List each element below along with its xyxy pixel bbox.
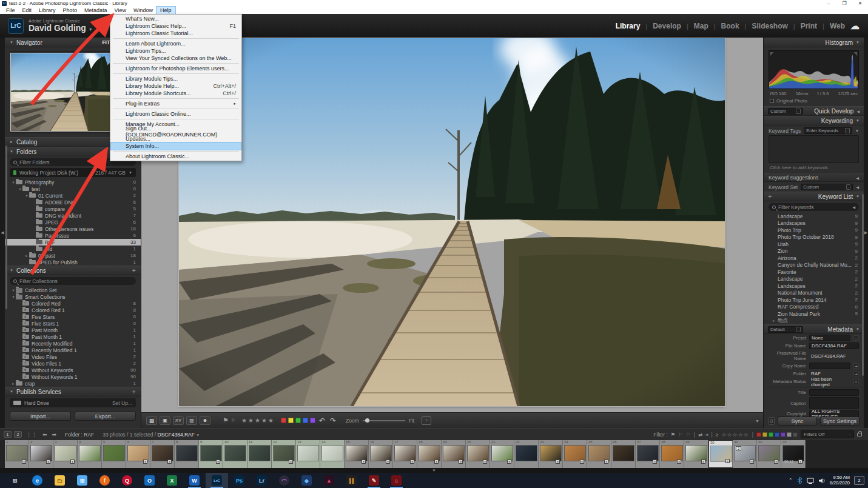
filmstrip-thumbnail-8[interactable]: 8 [175, 440, 199, 468]
metadata-action-icon[interactable]: ≡ [853, 379, 859, 384]
taskbar-blue-gem-app-icon[interactable]: ◆ [295, 473, 318, 488]
collection-row[interactable]: Video Files 12 [5, 360, 141, 367]
filmstrip-thumbnail-23[interactable]: 23± [539, 440, 563, 468]
filters-off-select[interactable]: Filters Off⌵ [801, 430, 854, 438]
keyword-row[interactable]: Landscapes9 [764, 220, 864, 227]
help-menu-item-library-module-tips[interactable]: Library Module Tips... [111, 75, 241, 82]
menu-library[interactable]: Library [35, 7, 59, 14]
keyword-list-header[interactable]: + Keyword List ▼ [764, 192, 864, 201]
filmstrip-collapse-arrow[interactable]: ▼ [0, 468, 868, 473]
volume-icon[interactable] [818, 478, 826, 484]
primary-monitor-button[interactable]: 1 [4, 431, 12, 438]
identity-dropdown-icon[interactable]: ▼ [89, 27, 93, 32]
left-panel-collapse-arrow[interactable]: ◀ [0, 38, 5, 428]
filmstrip-thumbnail-24[interactable]: 24± [563, 440, 587, 468]
menu-file[interactable]: File [2, 7, 19, 14]
loupe-view-icon[interactable]: ▣ [160, 416, 170, 425]
metadata-action-icon[interactable]: ➔ [853, 371, 859, 376]
original-photo-toggle[interactable]: Original Photo [764, 96, 864, 106]
rotate-left-icon[interactable]: ↶ [319, 416, 325, 425]
disclosure-triangle-icon[interactable]: ► [11, 382, 16, 386]
keyword-row[interactable]: Utah9 [764, 241, 864, 248]
grid-view-shortcut-icon[interactable]: ⋮⋮ [26, 432, 37, 438]
people-view-icon[interactable]: ☻ [200, 416, 210, 425]
add-publish-service-icon[interactable]: + [132, 388, 136, 395]
menu-help[interactable]: Help [156, 7, 175, 14]
taskbar-excel-icon[interactable]: X [161, 473, 183, 488]
taskbar-start-icon[interactable]: ⊞ [4, 473, 26, 488]
collection-row[interactable]: Recently Modified1 [5, 340, 141, 347]
help-menu-item-about-lightroom-classic[interactable]: About Lightroom Classic... [111, 153, 241, 160]
filmstrip-thumbnail-31[interactable]: 31±2 [733, 440, 757, 468]
keyword-row[interactable]: Photo Trip October 20189 [764, 234, 864, 241]
menu-photo[interactable]: Photo [59, 7, 81, 14]
filter-color-chip-2[interactable] [769, 432, 773, 437]
metadata-value[interactable]: None [809, 335, 850, 341]
color-label-chip-0[interactable] [281, 418, 286, 423]
help-menu-item-lightroom-classic-tutorial[interactable]: Lightroom Classic Tutorial... [111, 30, 241, 37]
flag-pick-icon[interactable]: ⚑ [223, 416, 229, 424]
filmstrip-thumbnail-29[interactable]: 29± [684, 440, 708, 468]
taskbar-photoshop-icon[interactable]: Ps [228, 473, 251, 488]
folder-row[interactable]: DNG via Iridient7 [5, 212, 141, 219]
filmstrip-thumbnail-33[interactable]: 33±00:12 [781, 440, 806, 468]
menu-edit[interactable]: Edit [19, 7, 36, 14]
help-menu-item-what-s-new[interactable]: What's New... [111, 15, 241, 22]
filter-rating-ge-icon[interactable]: ≥ [716, 432, 719, 438]
collection-row[interactable]: ►crap1 [5, 380, 141, 387]
disclosure-triangle-icon[interactable]: ▼ [18, 187, 22, 191]
close-button[interactable]: ✕ [852, 0, 868, 7]
keyword-row[interactable]: Zion9 [764, 248, 864, 255]
metadata-value[interactable] [809, 389, 859, 396]
help-menu-item-system-info[interactable]: System Info... [111, 142, 241, 150]
filmstrip-thumbnail-6[interactable]: 6± [126, 440, 150, 468]
keyword-row[interactable]: Photo Trip June 20142 [764, 296, 864, 304]
taskbar-stripes-app-icon[interactable]: ∥∥ [340, 473, 363, 488]
tray-chevron-icon[interactable]: ⌃ [789, 478, 793, 483]
keyword-tags-mode-select[interactable]: Enter Keywords⌵ [804, 127, 852, 134]
folder-row[interactable]: Vid1 [5, 246, 141, 252]
filmstrip-thumbnail-22[interactable]: 22 [514, 440, 539, 468]
filter-color-chip-5[interactable] [787, 432, 792, 437]
zoom-slider[interactable] [363, 420, 405, 421]
export-button[interactable]: Export... [75, 412, 136, 421]
filmstrip-thumbnail-30[interactable]: 30± [708, 440, 733, 468]
filter-lock-icon[interactable] [857, 433, 862, 436]
collection-row[interactable]: Video Files2 [5, 353, 141, 360]
filmstrip-thumbnail-2[interactable]: 2± [29, 440, 53, 468]
right-panel-scrollbar[interactable] [862, 194, 864, 376]
compare-view-icon[interactable]: XY [173, 416, 184, 425]
filmstrip-thumbnail-19[interactable]: 19± [442, 440, 466, 468]
forward-arrow-icon[interactable]: ➡ [52, 432, 57, 438]
disclosure-triangle-icon[interactable]: ▼ [24, 194, 29, 198]
keyword-row[interactable]: ►地点 [764, 318, 864, 325]
collections-header[interactable]: ▼ Collections + [5, 266, 141, 275]
filmstrip-thumbnail-10[interactable]: 10 [223, 440, 247, 468]
filter-flag-pick-icon[interactable]: ⚑ [671, 432, 676, 438]
module-print[interactable]: Print [801, 22, 817, 30]
keyword-row[interactable]: Landscape9 [764, 213, 864, 220]
folder-row[interactable]: Other persons issues16 [5, 226, 141, 232]
disclosure-triangle-icon[interactable]: ▼ [11, 295, 16, 299]
bluetooth-icon[interactable] [797, 477, 802, 484]
add-keyword-icon[interactable]: + [768, 193, 772, 200]
metadata-value[interactable] [809, 397, 859, 409]
collection-row[interactable]: Past Month1 [5, 327, 141, 333]
folder-row[interactable]: ►02 past18 [5, 252, 141, 259]
color-label-chip-2[interactable] [295, 418, 301, 423]
help-menu-item-lightroom-classic-online[interactable]: Lightroom Classic Online... [111, 110, 241, 118]
filmstrip-thumbnail-21[interactable]: 21± [490, 440, 514, 468]
collection-row[interactable]: ▼Collection Set [5, 287, 141, 293]
filmstrip-thumbnail-1[interactable]: 1± [5, 440, 29, 468]
collection-row[interactable]: Past Month 11 [5, 333, 141, 340]
metadata-preset-select[interactable]: Default⌵ [768, 326, 803, 333]
module-slideshow[interactable]: Slideshow [752, 22, 787, 30]
minimize-button[interactable]: – [821, 0, 836, 7]
taskbar-affinity-photo-icon[interactable]: ▲ [318, 473, 340, 488]
keyword-row[interactable]: Zion National Park9 [764, 310, 864, 318]
keyword-row[interactable]: Photo Trip9 [764, 227, 864, 234]
metadata-value[interactable]: DSCF4384.RAF [809, 353, 859, 359]
filter-color-chip-6[interactable] [793, 432, 798, 437]
disclosure-triangle-icon[interactable]: ▼ [11, 181, 16, 184]
collection-row[interactable]: ▼Smart Collections [5, 293, 141, 300]
